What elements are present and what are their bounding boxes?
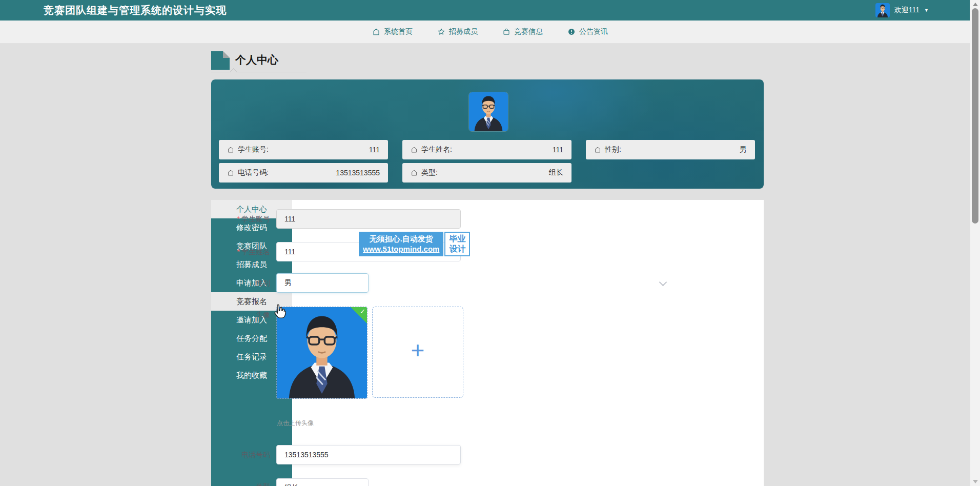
watermark-line1: 无须担心.自动发货	[370, 234, 433, 243]
info-icon	[567, 28, 576, 36]
watermark-badge: 毕业 设计	[444, 232, 470, 256]
phone-field[interactable]	[276, 445, 461, 464]
plus-icon: +	[411, 338, 425, 362]
account-label: *学生账号	[211, 209, 270, 229]
page-scrollbar[interactable]	[970, 0, 980, 486]
page-title: 个人中心	[235, 53, 278, 67]
profile-field-account: 学生账号: 111	[219, 140, 388, 159]
home-icon	[411, 169, 418, 176]
upload-hint: 点击上传头像	[277, 419, 314, 428]
nav-item-label: 招募成员	[449, 27, 478, 36]
profile-field-value: 111	[553, 146, 563, 154]
watermark-text: 无须担心.自动发货 www.51topmind.com	[359, 232, 443, 256]
scroll-up-arrow-icon[interactable]	[973, 3, 978, 6]
nav-item-label: 公告资讯	[579, 27, 608, 36]
watermark-overlay: 无须担心.自动发货 www.51topmind.com 毕业 设计	[359, 232, 470, 256]
account-field[interactable]	[276, 209, 461, 229]
select-chevron-down-icon[interactable]	[659, 278, 667, 287]
profile-field-phone: 电话号码: 13513513555	[219, 163, 388, 183]
profile-field-gender: 性别: 男	[586, 140, 755, 159]
mouse-cursor-icon	[273, 304, 287, 320]
profile-field-value: 111	[369, 146, 380, 154]
avatar-upload-button[interactable]: +	[372, 307, 463, 398]
home-icon	[411, 146, 418, 153]
star-icon	[437, 28, 445, 36]
uploaded-avatar-thumbnail[interactable]: ✓	[276, 307, 368, 399]
app-header: 竞赛团队组建与管理系统的设计与实现 欢迎111 ▼	[0, 0, 980, 21]
profile-field-label: 学生姓名:	[421, 145, 452, 154]
app-title: 竞赛团队组建与管理系统的设计与实现	[44, 0, 227, 21]
profile-field-label: 学生账号:	[238, 145, 269, 154]
home-icon	[372, 28, 380, 36]
home-icon	[227, 146, 234, 153]
profile-field-label: 类型:	[421, 168, 438, 177]
nav-item-competition-info[interactable]: 竞赛信息	[502, 27, 543, 36]
scrollbar-thumb[interactable]	[972, 8, 978, 224]
gender-select[interactable]	[276, 273, 369, 293]
profile-photo	[469, 92, 508, 131]
avatar-label: 头像	[211, 310, 270, 320]
profile-field-label: 电话号码:	[238, 168, 269, 177]
profile-field-value: 组长	[549, 168, 563, 177]
profile-field-name: 学生姓名: 111	[402, 140, 571, 159]
home-icon	[594, 146, 601, 153]
nav-item-label: 竞赛信息	[514, 27, 543, 36]
gender-label: 性别	[211, 273, 270, 293]
chevron-down-icon[interactable]: ▼	[924, 8, 929, 13]
required-mark: *	[237, 215, 240, 223]
page-title-underline-notch	[230, 68, 237, 75]
profile-field-value: 男	[740, 145, 747, 154]
content-panel: 个人中心 修改密码 竞赛团队 招募成员 申请加入 竞赛报名 邀请加入 任务分配 …	[211, 200, 764, 486]
app-window: 竞赛团队组建与管理系统的设计与实现 欢迎111 ▼ 系统首页 招募成员 竞赛信息…	[0, 0, 980, 486]
nav-item-announcements[interactable]: 公告资讯	[567, 27, 608, 36]
page-title-underline	[211, 72, 307, 72]
profile-field-type: 类型: 组长	[402, 163, 571, 183]
nav-item-recruit[interactable]: 招募成员	[437, 27, 478, 36]
nav-item-label: 系统首页	[384, 27, 413, 36]
profile-field-value: 13513513555	[336, 169, 380, 177]
user-avatar[interactable]	[875, 3, 890, 17]
scroll-down-arrow-icon[interactable]	[973, 480, 978, 483]
user-menu[interactable]: 欢迎111 ▼	[875, 0, 929, 21]
nav-item-home[interactable]: 系统首页	[372, 27, 413, 36]
main-nav: 系统首页 招募成员 竞赛信息 公告资讯	[0, 21, 980, 44]
profile-field-label: 性别:	[605, 145, 621, 154]
welcome-text: 欢迎111	[894, 6, 920, 15]
home-icon	[227, 169, 234, 176]
name-label: *学生姓名	[211, 242, 270, 261]
type-label: 类型	[211, 477, 270, 486]
briefcase-icon	[502, 28, 511, 36]
check-icon: ✓	[360, 308, 365, 315]
profile-summary-card: 学生账号: 111 学生姓名: 111 性别: 男 电话号码: 13513513…	[211, 79, 764, 189]
phone-label: 电话号码	[211, 445, 270, 464]
type-field[interactable]	[276, 478, 369, 486]
watermark-url: www.51topmind.com	[363, 244, 439, 254]
page-title-icon-fold	[223, 51, 230, 58]
required-mark: *	[237, 248, 240, 256]
